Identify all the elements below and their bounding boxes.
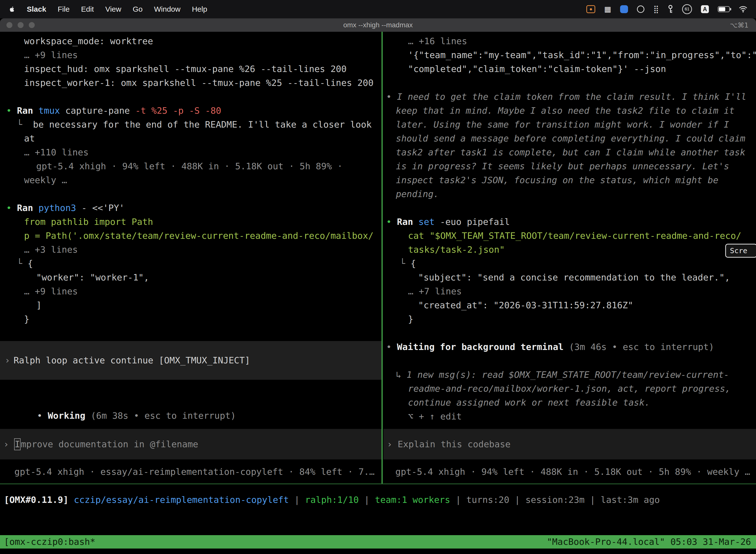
terminal-line: at [0, 131, 381, 146]
terminal-line: • Waiting for background terminal (3m 46… [383, 340, 756, 354]
terminal-line: from pathlib import Path [0, 215, 381, 229]
terminal-line: ] [0, 298, 381, 312]
banner-text: Ralph loop active continue [OMX_TMUX_INJ… [10, 353, 250, 367]
menu-help[interactable]: Help [192, 5, 207, 13]
terminal-line [383, 354, 756, 368]
notch-app-icon[interactable] [637, 5, 644, 13]
omx-status-line: [OMX#0.11.9] cczip/essay/ai-reimplementa… [0, 493, 756, 507]
terminal-line [383, 201, 756, 215]
battery-percent-value: 61 [685, 7, 690, 12]
terminal-line: cat "$OMX_TEAM_STATE_ROOT/team/review-cu… [383, 229, 756, 243]
terminal-line: "subject": "send a concise recommendatio… [383, 271, 756, 284]
composer-placeholder: mprove documentation in @filename [21, 437, 198, 451]
raycast-icon[interactable] [620, 5, 628, 13]
pane-bottom-border [0, 484, 756, 484]
terminal-line: • Ran python3 - <<'PY' [0, 201, 381, 215]
terminal-line [383, 76, 756, 90]
terminal-line [383, 326, 756, 340]
left-pane-transcript: workspace_mode: worktree… +9 linesinspec… [0, 32, 381, 326]
screen-recording-indicator-icon[interactable] [586, 5, 595, 13]
tmux-status-bar: [omx-cczip0:bash* "MacBook-Pro-44.local"… [0, 535, 756, 549]
right-pane-transcript: … +16 lines'{"team_name":"my-team","task… [383, 32, 756, 424]
grid-menu-icon[interactable]: ▦ [604, 5, 611, 13]
terminal-line: ↳ 1 new msg(s): read $OMX_TEAM_STATE_ROO… [383, 368, 756, 382]
terminal-line: inspect_hud: omx sparkshell --tmux-pane … [0, 62, 381, 76]
terminal-line: } [0, 312, 381, 326]
terminal-line: └ be necessary for the end of the README… [0, 118, 381, 131]
terminal-line: inspect_worker-1: omx sparkshell --tmux-… [0, 76, 381, 90]
terminal-line: "created_at": "2026-03-31T11:59:27.816Z" [383, 298, 756, 312]
close-button[interactable] [6, 22, 12, 28]
wifi-icon[interactable] [739, 6, 748, 13]
terminal-window: workspace_mode: worktree… +9 linesinspec… [0, 32, 756, 554]
terminal-line: gpt-5.4 xhigh · 94% left · 488K in · 5.1… [0, 159, 381, 173]
menu-view[interactable]: View [105, 5, 121, 13]
right-model-status: gpt-5.4 xhigh · 94% left · 488K in · 5.1… [383, 465, 756, 479]
working-bullet-icon: • [37, 410, 48, 421]
terminal-line: weekly … [0, 173, 381, 187]
input-source-icon[interactable]: A [701, 5, 709, 13]
terminal-line: … +9 lines [0, 48, 381, 62]
tmux-pane-right: … +16 lines'{"team_name":"my-team","task… [383, 32, 756, 484]
left-model-status: gpt-5.4 xhigh · essay/ai-reimplementatio… [0, 465, 381, 479]
prompt-chevron-icon: › [0, 437, 14, 451]
terminal-line: … +3 lines [0, 243, 381, 257]
working-label: Working [48, 410, 90, 421]
terminal-line: should send a message before completing … [383, 131, 756, 146]
tmux-pane-left: workspace_mode: worktree… +9 linesinspec… [0, 32, 381, 484]
terminal-line: … +9 lines [0, 284, 381, 298]
terminal-line: • Ran tmux capture-pane -t %25 -p -S -80 [0, 104, 381, 118]
window-title-bar: omx --xhigh --madmax ⌥⌘1 [0, 18, 756, 32]
zoom-button[interactable] [29, 22, 35, 28]
working-status: • Working (6m 38s • esc to interrupt) [0, 395, 381, 409]
menu-file[interactable]: File [58, 5, 69, 13]
terminal-line [0, 187, 381, 201]
app-switcher-icon[interactable]: ⣿ [653, 5, 659, 13]
battery-percent-icon[interactable]: 61 [682, 4, 692, 14]
terminal-line: … +16 lines [383, 34, 756, 48]
terminal-line: later. Using the same for transition mig… [383, 118, 756, 131]
terminal-line: "completed","claim_token":"claim-token"}… [383, 62, 756, 76]
terminal-line: workspace_mode: worktree [0, 34, 381, 48]
terminal-line: tasks/task-2.json" [383, 243, 756, 257]
clipped-screenshot-chip[interactable]: Scre [725, 244, 756, 258]
prompt-chevron-icon: › [383, 437, 397, 451]
text-cursor: I [14, 438, 20, 450]
terminal-line: └ { [0, 257, 381, 271]
tmux-host-clock: "MacBook-Pro-44.local" 05:03 31-Mar-26 [547, 535, 751, 549]
window-shortcut-hint: ⌥⌘1 [730, 21, 756, 29]
terminal-line: └ { [383, 257, 756, 271]
terminal-line: • Ran set -euo pipefail [383, 215, 756, 229]
terminal-line: p = Path('.omx/state/team/review-current… [0, 229, 381, 243]
working-detail: (6m 38s • esc to interrupt) [91, 410, 236, 421]
terminal-line: [OMX#0.11.9] cczip/essay/ai-reimplementa… [0, 493, 756, 507]
apple-menu-icon[interactable] [8, 6, 15, 13]
battery-icon[interactable] [718, 6, 730, 12]
menu-bar: Slack File Edit View Go Window Help ▦ ⣿ … [0, 0, 756, 18]
menu-window[interactable]: Window [154, 5, 181, 13]
password-key-icon[interactable] [668, 5, 673, 14]
terminal-line: is in progress? It seems likely but perh… [383, 159, 756, 173]
terminal-line: ⌥ + ↑ edit [383, 409, 756, 424]
menu-go[interactable]: Go [133, 5, 143, 13]
terminal-line: … +110 lines [0, 146, 381, 159]
menu-edit[interactable]: Edit [81, 5, 94, 13]
terminal-line: pending. [383, 187, 756, 201]
terminal-line: "worker": "worker-1", [0, 271, 381, 284]
menu-app-name[interactable]: Slack [27, 5, 46, 13]
terminal-line: '{"team_name":"my-team","task_id":"1","f… [383, 48, 756, 62]
minimize-button[interactable] [18, 22, 23, 28]
tmux-pane-divider[interactable] [381, 32, 383, 484]
tmux-session-name: [omx-cczip0:bash* [4, 535, 95, 549]
terminal-line: … +7 lines [383, 284, 756, 298]
window-title: omx --xhigh --madmax [0, 21, 756, 29]
composer-placeholder: Explain this codebase [397, 437, 510, 451]
terminal-line [0, 90, 381, 104]
terminal-line: • I need to get the claim token from the… [383, 90, 756, 104]
terminal-line: readme-and-reco/mailbox/worker-1.json, a… [383, 382, 756, 396]
ralph-loop-banner: › Ralph loop active continue [OMX_TMUX_I… [0, 341, 381, 380]
terminal-line: task2 after task1 is complete, but can I… [383, 146, 756, 159]
terminal-line: continue assigned work or next feasible … [383, 396, 756, 409]
left-composer-input[interactable]: › Improve documentation in @filename [0, 429, 381, 459]
right-composer-input[interactable]: › Explain this codebase [383, 429, 756, 459]
